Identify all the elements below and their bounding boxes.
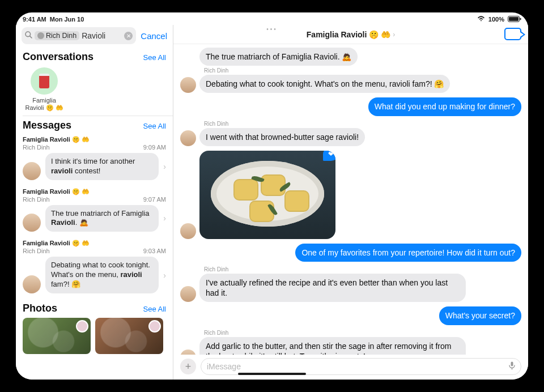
result-snippet: The true matriarch of Famiglia Ravioli. … <box>45 205 159 232</box>
result-sender: Rich Dinh <box>23 144 50 151</box>
outgoing-message[interactable]: What did you end up making for dinner? <box>368 97 521 116</box>
sender-label: Rich Dinh <box>204 266 466 272</box>
result-sender: Rich Dinh <box>23 248 50 254</box>
person-avatar-icon <box>37 32 44 39</box>
message-placeholder: iMessage <box>207 362 241 371</box>
message-result[interactable]: Famiglia Ravioli 🤫 🤲 Rich Dinh 9:07 AM T… <box>16 186 173 238</box>
sender-label: Rich Dinh <box>204 330 466 336</box>
outgoing-message[interactable]: One of my favorites from your repertoire… <box>295 244 521 262</box>
thread-title[interactable]: Famiglia Ravioli 🤫 🤲 › <box>307 30 395 39</box>
result-group: Famiglia Ravioli 🤫 🤲 <box>23 240 166 247</box>
result-snippet: Debating what to cook tonight. What's on… <box>45 257 159 293</box>
incoming-message[interactable]: The true matriarch of Famiglia Ravioli. … <box>199 48 358 66</box>
photo-result[interactable] <box>95 318 163 354</box>
conversations-see-all[interactable]: See All <box>143 53 166 62</box>
sender-avatar-icon <box>180 77 196 93</box>
result-group: Famiglia Ravioli 🤫 🤲 <box>23 136 166 143</box>
svg-rect-2 <box>520 18 521 20</box>
search-query-text: Ravioli <box>82 31 122 40</box>
chevron-right-icon: › <box>163 271 166 280</box>
messages-header: Messages <box>23 120 71 131</box>
sender-avatar-icon <box>180 130 196 146</box>
sender-label: Rich Dinh <box>204 121 365 127</box>
svg-rect-5 <box>511 362 513 367</box>
wifi-icon <box>477 16 485 23</box>
sender-avatar-icon <box>180 350 196 355</box>
photos-see-all[interactable]: See All <box>143 305 166 313</box>
incoming-message[interactable]: I've actually refined the recipe and it'… <box>199 274 466 302</box>
battery-pct: 100% <box>488 16 504 23</box>
sender-avatar-icon <box>180 223 196 239</box>
dictation-icon[interactable] <box>509 361 515 372</box>
facetime-button[interactable] <box>504 28 521 40</box>
chevron-right-icon: › <box>393 31 395 39</box>
sender-avatar-icon <box>76 320 88 333</box>
sender-avatar-icon <box>23 162 41 180</box>
sender-avatar-icon <box>180 286 196 302</box>
chevron-right-icon: › <box>163 162 166 171</box>
image-attachment[interactable]: ❤ <box>199 151 335 239</box>
sender-avatar-icon <box>148 320 161 333</box>
result-time: 9:07 AM <box>143 196 166 203</box>
photos-header: Photos <box>23 302 57 314</box>
battery-icon <box>508 16 521 23</box>
cancel-button[interactable]: Cancel <box>141 31 167 41</box>
message-result[interactable]: Famiglia Ravioli 🤫 🤲 Rich Dinh 9:03 AM D… <box>16 237 173 299</box>
result-time: 9:09 AM <box>143 144 166 151</box>
result-time: 9:03 AM <box>143 248 166 254</box>
sender-avatar-icon <box>23 275 41 293</box>
home-indicator[interactable] <box>238 373 306 375</box>
result-snippet: I think it's time for another ravioli co… <box>45 153 159 180</box>
search-input[interactable]: Rich Dinh Ravioli ✕ <box>22 27 136 44</box>
svg-line-4 <box>30 36 32 38</box>
svg-rect-1 <box>509 17 518 21</box>
status-bar: 9:41 AM Mon Jun 10 100% <box>16 12 528 25</box>
add-attachment-button[interactable]: + <box>180 359 196 374</box>
result-sender: Rich Dinh <box>23 196 50 203</box>
conversation-name-1: Famiglia <box>32 97 56 104</box>
messages-see-all[interactable]: See All <box>143 122 166 130</box>
result-group: Famiglia Ravioli 🤫 🤲 <box>23 188 166 195</box>
outgoing-message[interactable]: What's your secret? <box>439 306 521 325</box>
incoming-message[interactable]: Add garlic to the butter, and then stir … <box>199 337 466 355</box>
conversation-result[interactable]: Famiglia Ravioli 🤫 🤲 <box>23 67 66 111</box>
conversation-name-2: Ravioli 🤫 🤲 <box>25 104 63 111</box>
search-icon <box>25 31 32 40</box>
message-result[interactable]: Famiglia Ravioli 🤫 🤲 Rich Dinh 9:09 AM I… <box>16 134 173 186</box>
status-date: Mon Jun 10 <box>50 16 84 23</box>
conversations-header: Conversations <box>23 51 94 63</box>
conversation-thread: Famiglia Ravioli 🤫 🤲 › The true matriarc… <box>173 25 528 380</box>
sender-label: Rich Dinh <box>204 67 450 74</box>
sidebar: Rich Dinh Ravioli ✕ Cancel Conversations… <box>16 25 173 380</box>
photo-result[interactable] <box>23 318 91 354</box>
chevron-right-icon: › <box>163 214 166 223</box>
clear-icon[interactable]: ✕ <box>124 32 133 40</box>
search-person-token[interactable]: Rich Dinh <box>35 31 79 40</box>
status-time: 9:41 AM <box>23 16 46 23</box>
incoming-message[interactable]: I went with that browned-butter sage rav… <box>199 128 365 146</box>
love-reaction-icon[interactable]: ❤ <box>323 151 335 161</box>
search-token-label: Rich Dinh <box>46 32 76 40</box>
sender-avatar-icon <box>23 214 41 232</box>
incoming-message[interactable]: Debating what to cook tonight. What's on… <box>199 75 450 93</box>
group-avatar-icon <box>31 67 58 95</box>
